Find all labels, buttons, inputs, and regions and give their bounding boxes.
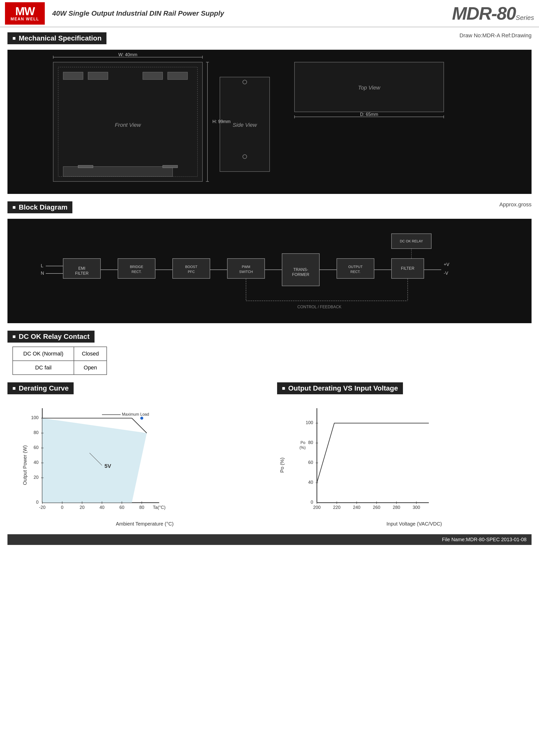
output-derating-chart-wrapper: Po (%) 100 80 60 40 0 Po (%) — [297, 403, 532, 527]
table-row: DC fail Open — [13, 361, 107, 375]
svg-text:100: 100 — [305, 420, 313, 425]
svg-line-72 — [132, 418, 147, 433]
svg-text:20: 20 — [80, 505, 85, 510]
svg-text:H: 99mm: H: 99mm — [212, 119, 231, 124]
svg-text:40: 40 — [34, 460, 38, 465]
product-title: 40W Single Output Industrial DIN Rail Po… — [52, 9, 452, 17]
svg-text:220: 220 — [333, 505, 340, 510]
svg-text:RECT.: RECT. — [350, 270, 360, 274]
main-content: Mechanical Specification Draw No:MDR-A R… — [0, 27, 539, 550]
svg-text:0: 0 — [36, 500, 38, 505]
derating-x-label: Ambient Temperature (°C) — [27, 521, 262, 527]
svg-text:Top View: Top View — [358, 85, 381, 91]
mech-spec-title: Mechanical Specification — [19, 34, 102, 42]
svg-rect-16 — [63, 167, 173, 176]
svg-text:(%): (%) — [299, 446, 306, 450]
series-label: Series — [516, 14, 534, 24]
svg-text:80: 80 — [34, 430, 38, 435]
mech-diagram-svg: W: 40mm H: 99mm Front View Side View Top… — [33, 52, 506, 191]
relay-table: DC OK (Normal) Closed DC fail Open — [12, 347, 107, 375]
mech-diagram-area: W: 40mm H: 99mm Front View Side View Top… — [7, 50, 532, 194]
svg-text:Ta(°C): Ta(°C) — [153, 505, 165, 510]
relay-row2-col2: Open — [74, 361, 107, 375]
page-header: MW MEAN WELL 40W Single Output Industria… — [0, 0, 539, 27]
svg-text:5V: 5V — [105, 463, 111, 469]
svg-text:OUTPUT: OUTPUT — [348, 265, 363, 269]
svg-marker-70 — [42, 418, 147, 503]
svg-text:D: 65mm: D: 65mm — [360, 112, 378, 117]
svg-text:SWITCH: SWITCH — [239, 270, 253, 274]
derating-chart-svg: 5V Maximum Load 100 80 60 40 20 0 — [27, 403, 167, 517]
svg-text:+V: +V — [444, 262, 449, 267]
svg-text:TRANS-: TRANS- — [293, 267, 308, 272]
svg-text:BRIDGE: BRIDGE — [130, 265, 143, 269]
svg-text:W: 40mm: W: 40mm — [118, 52, 137, 57]
svg-text:EMI: EMI — [78, 266, 85, 270]
model-number: MDR-80 — [452, 3, 516, 24]
dc-ok-title: DC OK Relay Contact — [19, 333, 90, 341]
svg-text:-20: -20 — [39, 505, 45, 510]
output-derating-section-header: Output Derating VS Input Voltage — [277, 382, 403, 394]
svg-text:0: 0 — [61, 505, 63, 510]
curves-row: Derating Curve Output Power (W) — [7, 382, 532, 527]
logo-meanwell-text: MEAN WELL — [11, 17, 39, 21]
footnote-text: File Name:MDR-80-SPEC 2013-01-08 — [442, 537, 527, 542]
relay-row1-col2: Closed — [74, 347, 107, 361]
svg-text:L: L — [41, 263, 43, 268]
svg-rect-14 — [143, 72, 163, 80]
mech-spec-note: Draw No:MDR-A Ref:Drawing — [459, 32, 532, 39]
svg-text:Maximum Load: Maximum Load — [122, 412, 149, 416]
block-diagram-header-row: Block Diagram Approx.gross — [7, 201, 532, 217]
svg-text:60: 60 — [308, 460, 313, 465]
logo-mw-text: MW — [15, 5, 35, 17]
svg-text:40: 40 — [100, 505, 105, 510]
svg-text:300: 300 — [413, 505, 420, 510]
mech-spec-section-header: Mechanical Specification — [7, 32, 107, 44]
svg-text:Front View: Front View — [115, 122, 141, 128]
svg-text:80: 80 — [139, 505, 144, 510]
svg-text:FORMER: FORMER — [292, 272, 309, 277]
output-derating-y-label: Po (%) — [279, 457, 285, 473]
derating-y-label: Output Power (W) — [22, 445, 28, 485]
relay-row1-col1: DC OK (Normal) — [13, 347, 74, 361]
block-diagram-note: Approx.gross — [499, 201, 532, 208]
svg-point-102 — [140, 417, 143, 420]
output-derating-x-label: Input Voltage (VAC/VDC) — [297, 521, 532, 527]
svg-rect-15 — [168, 72, 188, 80]
svg-text:0: 0 — [310, 500, 313, 505]
svg-text:-V: -V — [444, 271, 448, 276]
svg-text:FILTER: FILTER — [401, 266, 415, 270]
svg-text:100: 100 — [31, 415, 38, 420]
output-derating-chart-svg: 100 80 60 40 0 Po (%) 200 220 — [297, 403, 436, 517]
svg-text:80: 80 — [308, 440, 313, 445]
output-derating-title: Output Derating VS Input Voltage — [288, 384, 398, 392]
svg-text:RECT.: RECT. — [131, 270, 141, 274]
svg-text:280: 280 — [393, 505, 400, 510]
svg-text:Side View: Side View — [233, 122, 258, 128]
svg-text:Po: Po — [300, 441, 305, 445]
svg-rect-18 — [163, 165, 178, 168]
svg-text:DC OK RELAY: DC OK RELAY — [400, 239, 423, 243]
table-row: DC OK (Normal) Closed — [13, 347, 107, 361]
svg-text:60: 60 — [34, 445, 38, 450]
svg-text:200: 200 — [313, 505, 320, 510]
footnote-bar: File Name:MDR-80-SPEC 2013-01-08 — [7, 534, 532, 545]
derating-section: Derating Curve Output Power (W) — [7, 382, 262, 527]
output-derating-section: Output Derating VS Input Voltage Po (%) … — [277, 382, 532, 527]
svg-text:260: 260 — [373, 505, 380, 510]
svg-text:PWM: PWM — [242, 265, 250, 269]
svg-text:N: N — [41, 271, 44, 276]
company-logo: MW MEAN WELL — [5, 2, 45, 25]
relay-table-body: DC OK (Normal) Closed DC fail Open — [13, 347, 107, 375]
block-diagram-title: Block Diagram — [19, 203, 67, 211]
relay-row2-col1: DC fail — [13, 361, 74, 375]
svg-text:BOOST: BOOST — [185, 265, 197, 269]
block-diagram-area: L N EMI FILTER BRIDGE RECT. BOOST PFC PW… — [7, 219, 532, 323]
svg-text:FILTER: FILTER — [75, 271, 89, 275]
svg-rect-12 — [63, 72, 83, 80]
dc-ok-section-header: DC OK Relay Contact — [7, 331, 95, 343]
derating-section-header: Derating Curve — [7, 382, 74, 394]
block-diagram-svg: L N EMI FILTER BRIDGE RECT. BOOST PFC PW… — [33, 221, 506, 321]
svg-text:240: 240 — [353, 505, 360, 510]
svg-text:CONTROL / FEEDBACK: CONTROL / FEEDBACK — [297, 305, 342, 309]
